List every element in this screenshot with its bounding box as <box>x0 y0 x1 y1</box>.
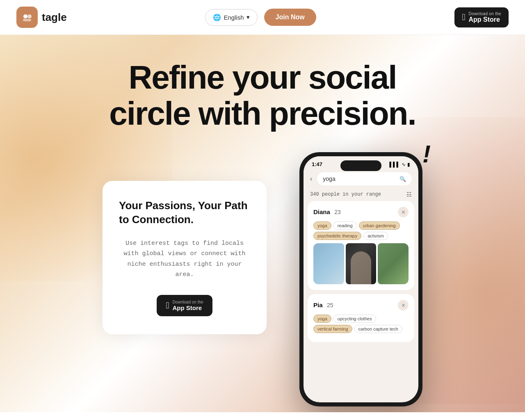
tag-carbon-capture: carbon capture tech <box>354 325 402 333</box>
store-text: Download on the App Store <box>468 11 501 23</box>
profile-age-diana: 23 <box>334 209 341 215</box>
hero-title-line1: Refine your social <box>128 59 396 96</box>
profile-name-age-diana: Diana 23 <box>313 208 341 216</box>
apple-icon-card:  <box>166 300 169 311</box>
search-query-text: yoga <box>323 176 335 182</box>
download-on-label: Download on the <box>468 11 501 16</box>
phone-container: ! 1:47 ▌▌▌ ∿ ▮ ‹ <box>299 152 422 406</box>
card-app-store-label: App Store <box>172 304 203 311</box>
phone-search-bar: ‹ yoga 🔍 <box>304 169 418 189</box>
tag-upcycling: upcycling clothes <box>333 315 376 323</box>
phone-status-icons: ▌▌▌ ∿ ▮ <box>389 162 410 167</box>
logo-text: tagle <box>42 11 67 24</box>
passion-card: Your Passions, Your Path to Connection. … <box>103 181 267 334</box>
profile-age-pia: 25 <box>327 302 333 308</box>
header: tagle 🌐 English ▾ Join Now  Download on… <box>0 0 525 35</box>
tag-reading: reading <box>333 221 357 230</box>
header-center: 🌐 English ▾ Join Now <box>205 9 316 26</box>
hero-title-line2: circle with precision. <box>109 95 415 132</box>
profile-card-pia: Pia 25 ✕ yoga upcycling clothes vertical… <box>308 294 414 342</box>
signal-icon: ▌▌▌ <box>389 162 400 167</box>
battery-icon: ▮ <box>407 162 410 167</box>
photo-3-diana <box>378 243 409 284</box>
tags-row-pia: yoga upcycling clothes vertical farming … <box>313 315 409 333</box>
phone-time: 1:47 <box>312 161 322 167</box>
passion-card-title: Your Passions, Your Path to Connection. <box>119 199 250 227</box>
search-icon: 🔍 <box>399 176 406 182</box>
chevron-down-icon: ▾ <box>247 14 250 21</box>
tag-urban-gardening: urban gardening <box>359 221 400 230</box>
hero-title: Refine your social circle with precision… <box>78 59 447 132</box>
filter-icon[interactable]: ☷ <box>406 191 412 198</box>
phone-screen: 1:47 ▌▌▌ ∿ ▮ ‹ yoga 🔍 <box>304 156 418 402</box>
tag-vertical-farming: vertical farming <box>313 325 352 333</box>
tags-row-diana: yoga reading urban gardening psychedelic… <box>313 221 409 240</box>
close-button-pia[interactable]: ✕ <box>398 300 409 310</box>
profile-card-diana: Diana 23 ✕ yoga reading urban gardening … <box>308 201 414 290</box>
people-count-text: 340 people in your range <box>310 192 381 197</box>
card-store-text: Download on the App Store <box>172 300 203 311</box>
wifi-icon: ∿ <box>402 162 406 167</box>
photo-1-diana <box>313 243 344 284</box>
content-row: Your Passions, Your Path to Connection. … <box>16 156 509 406</box>
language-button[interactable]: 🌐 English ▾ <box>205 9 257 26</box>
profile-name-age-pia: Pia 25 <box>313 301 333 309</box>
back-arrow-icon[interactable]: ‹ <box>310 175 312 183</box>
phone-frame: 1:47 ▌▌▌ ∿ ▮ ‹ yoga 🔍 <box>299 152 422 406</box>
people-count-row: 340 people in your range ☷ <box>304 189 418 201</box>
profile-name-pia: Pia <box>313 301 323 308</box>
join-now-button[interactable]: Join Now <box>264 9 316 26</box>
exclamation-mark: ! <box>422 140 431 168</box>
logo-area: tagle <box>16 7 67 28</box>
profile-header-diana: Diana 23 ✕ <box>313 207 409 217</box>
search-input-area[interactable]: yoga 🔍 <box>317 172 412 185</box>
svg-rect-2 <box>23 19 31 21</box>
card-download-on: Download on the <box>172 300 203 304</box>
tag-yoga: yoga <box>313 221 331 230</box>
tag-activism: activism <box>363 232 388 240</box>
globe-icon: 🌐 <box>213 14 221 21</box>
phone-notch <box>340 160 381 171</box>
hero-section: Refine your social circle with precision… <box>0 35 525 412</box>
tagle-logo-svg <box>21 11 34 24</box>
app-store-label: App Store <box>468 16 501 23</box>
close-button-diana[interactable]: ✕ <box>398 207 409 217</box>
photo-2-diana <box>346 243 377 284</box>
apple-icon:  <box>462 13 465 22</box>
lang-label: English <box>224 14 244 21</box>
app-store-button-header[interactable]:  Download on the App Store <box>454 7 509 27</box>
logo-icon <box>16 7 38 28</box>
tag-psychedelic-therapy: psychedelic therapy <box>313 232 361 240</box>
svg-point-1 <box>27 14 32 18</box>
tag-yoga-pia: yoga <box>313 315 331 323</box>
svg-point-0 <box>23 14 27 18</box>
app-store-button-card[interactable]:  Download on the App Store <box>157 295 212 316</box>
profile-header-pia: Pia 25 ✕ <box>313 300 409 310</box>
profile-name-diana: Diana <box>313 208 330 215</box>
photos-row-diana <box>313 243 409 284</box>
passion-card-description: Use interest tags to find locals with gl… <box>119 238 250 280</box>
